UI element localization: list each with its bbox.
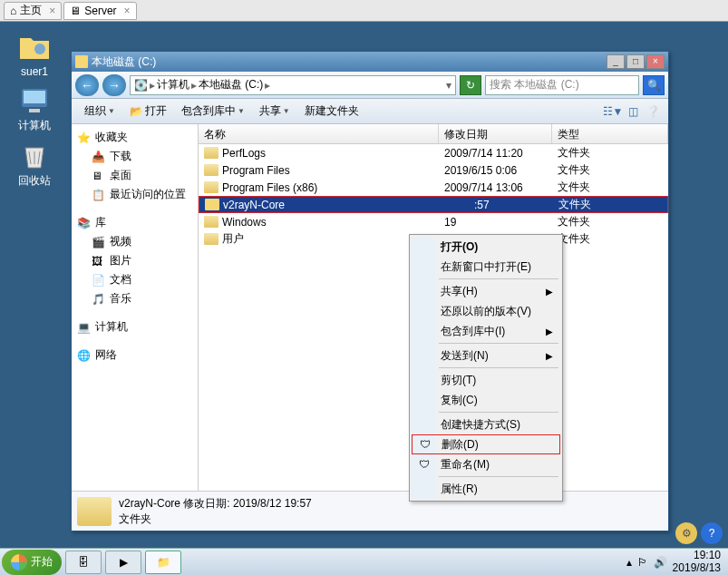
back-button[interactable]: ←: [75, 74, 99, 96]
tray-flag-icon[interactable]: 🏳: [637, 556, 648, 569]
desktop-icon-label: suer1: [7, 65, 62, 78]
status-date-label: 修改日期:: [183, 497, 229, 510]
breadcrumb-disk[interactable]: 本地磁盘 (C:): [199, 77, 263, 93]
col-date[interactable]: 修改日期: [439, 124, 552, 143]
maximize-button[interactable]: □: [626, 54, 645, 69]
close-icon[interactable]: ×: [124, 5, 131, 17]
breadcrumb-computer[interactable]: 计算机: [157, 77, 189, 93]
ctx-restore[interactable]: 还原以前的版本(V): [412, 301, 560, 321]
file-row[interactable]: Program Files (x86)2009/7/14 13:06文件夹: [199, 179, 668, 196]
toolbar-include[interactable]: 包含到库中▼: [176, 102, 250, 121]
system-tray: ▴ 🏳 🔊 ⚙ 19:10 2019/8/13: [619, 550, 728, 573]
ctx-copy[interactable]: 复制(C): [412, 390, 560, 410]
sidebar-pictures[interactable]: 🖼图片: [72, 251, 198, 270]
col-type[interactable]: 类型: [552, 124, 668, 143]
toolbar-newfolder[interactable]: 新建文件夹: [299, 102, 364, 121]
ctx-open-new[interactable]: 在新窗口中打开(E): [412, 257, 560, 277]
submenu-icon: ▶: [546, 326, 553, 336]
sidebar-downloads[interactable]: 📥下载: [72, 147, 198, 166]
sidebar-recent[interactable]: 📋最近访问的位置: [72, 185, 198, 204]
chevron-down-icon[interactable]: ▾: [446, 79, 451, 92]
taskbar-powershell[interactable]: ▶: [105, 551, 141, 574]
sidebar-computer[interactable]: 💻计算机: [72, 317, 198, 336]
folder-icon: [204, 164, 218, 176]
toolbar: 组织▼ 📂打开 包含到库中▼ 共享▼ 新建文件夹 ☷ ▼ ◫ ❔: [72, 99, 668, 124]
user-folder-icon: [18, 31, 51, 63]
ctx-rename[interactable]: 🛡重命名(M): [412, 454, 560, 474]
toolbar-share[interactable]: 共享▼: [254, 102, 296, 121]
search-button[interactable]: 🔍: [643, 75, 665, 95]
computer-icon: 💻: [77, 321, 92, 334]
taskbar-server-manager[interactable]: 🗄: [65, 551, 102, 574]
ctx-delete[interactable]: 🛡删除(D): [412, 434, 560, 454]
file-row[interactable]: PerfLogs2009/7/14 11:20文件夹: [199, 144, 668, 161]
folder-icon: [75, 55, 88, 68]
toolbar-organize[interactable]: 组织▼: [79, 102, 121, 121]
sidebar-network[interactable]: 🌐网络: [72, 346, 198, 365]
desktop-icon-recycle[interactable]: 回收站: [7, 139, 62, 189]
sidebar-music[interactable]: 🎵音乐: [72, 289, 198, 308]
desktop-icons: suer1 计算机 回收站: [7, 31, 62, 189]
submenu-icon: ▶: [546, 351, 553, 361]
desktop-icon-computer[interactable]: 计算机: [7, 83, 62, 133]
statusbar: v2rayN-Core 修改日期: 2019/8/12 19:57 文件夹: [72, 491, 668, 531]
refresh-button[interactable]: ↻: [460, 75, 481, 95]
view-button[interactable]: ☷ ▼: [605, 103, 621, 120]
open-icon: 📂: [130, 105, 143, 118]
ctx-open[interactable]: 打开(O): [412, 237, 560, 257]
col-name[interactable]: 名称: [199, 124, 439, 143]
sidebar-documents[interactable]: 📄文档: [72, 270, 198, 289]
taskbar-explorer[interactable]: 📁: [145, 551, 181, 574]
sidebar-desktop[interactable]: 🖥桌面: [72, 166, 198, 185]
tab-home[interactable]: ⌂ 主页 ×: [4, 2, 62, 20]
close-icon[interactable]: ×: [49, 5, 55, 17]
help-icon[interactable]: ?: [701, 522, 723, 544]
start-button[interactable]: 开始: [2, 550, 62, 575]
tray-network-icon[interactable]: 🔊: [654, 556, 667, 569]
settings-icon[interactable]: ⚙: [675, 522, 697, 544]
file-row[interactable]: Windows19文件夹: [199, 213, 668, 230]
file-row[interactable]: Program Files2019/6/15 0:06文件夹: [199, 161, 668, 179]
folder-icon: [205, 199, 219, 210]
close-button[interactable]: ×: [646, 54, 665, 69]
ctx-shortcut[interactable]: 创建快捷方式(S): [412, 414, 560, 434]
status-name: v2rayN-Core: [119, 497, 180, 510]
search-placeholder: 搜索 本地磁盘 (C:): [490, 77, 579, 93]
tray-up-icon[interactable]: ▴: [626, 556, 632, 569]
recycle-icon: [18, 139, 51, 171]
ctx-properties[interactable]: 属性(R): [412, 479, 560, 499]
sidebar: ⭐收藏夹 📥下载 🖥桌面 📋最近访问的位置 📚库 🎬视频 🖼图片 📄文档 🎵音乐…: [72, 124, 199, 491]
ctx-share[interactable]: 共享(H)▶: [412, 281, 560, 301]
tab-home-label: 主页: [20, 3, 42, 18]
minimize-button[interactable]: _: [607, 54, 625, 69]
svg-rect-2: [24, 91, 45, 103]
status-date: 2019/8/12 19:57: [233, 497, 312, 510]
search-input[interactable]: 搜索 本地磁盘 (C:): [485, 75, 639, 95]
ctx-sendto[interactable]: 发送到(N)▶: [412, 346, 560, 365]
column-headers: 名称 修改日期 类型: [199, 124, 668, 144]
help-button[interactable]: ❔: [645, 103, 661, 120]
tray-clock[interactable]: 19:10 2019/8/13: [673, 550, 721, 573]
file-row-selected[interactable]: v2rayN-CoreXXXX:57文件夹: [199, 196, 668, 213]
ctx-cut[interactable]: 剪切(T): [412, 370, 560, 390]
desktop-icon-user[interactable]: suer1: [7, 31, 62, 78]
sidebar-video[interactable]: 🎬视频: [72, 232, 198, 251]
ctx-include[interactable]: 包含到库中(I)▶: [412, 321, 560, 341]
sidebar-library[interactable]: 📚库: [72, 213, 198, 232]
status-type: 文件夹: [119, 512, 312, 527]
submenu-icon: ▶: [546, 287, 553, 297]
tab-server[interactable]: 🖥 Server ×: [63, 2, 136, 20]
desktop-icon-label: 计算机: [7, 118, 62, 133]
drive-icon: 💽: [134, 79, 148, 92]
recent-icon: 📋: [92, 189, 106, 201]
window-title: 本地磁盘 (C:): [92, 54, 156, 70]
folder-icon: [204, 147, 218, 159]
forward-button[interactable]: →: [102, 74, 126, 96]
preview-button[interactable]: ◫: [625, 103, 641, 120]
folder-icon: [204, 181, 218, 193]
toolbar-open[interactable]: 📂打开: [124, 102, 172, 121]
sidebar-favorites[interactable]: ⭐收藏夹: [72, 128, 198, 147]
titlebar[interactable]: 本地磁盘 (C:) _ □ ×: [72, 52, 668, 72]
doc-icon: 📄: [92, 274, 106, 287]
breadcrumb[interactable]: 💽 ▸ 计算机 ▸ 本地磁盘 (C:) ▸ ▾: [130, 75, 456, 95]
